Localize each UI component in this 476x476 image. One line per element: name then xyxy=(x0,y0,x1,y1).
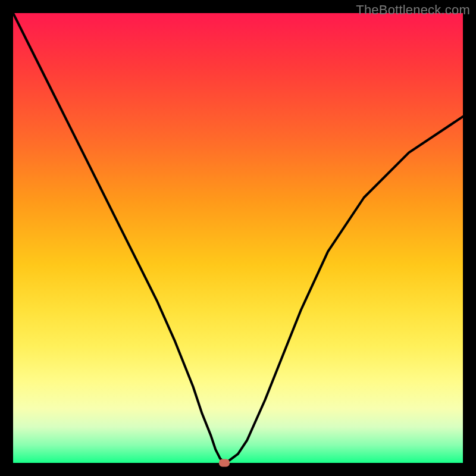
curve-path xyxy=(13,13,463,463)
bottleneck-curve xyxy=(13,13,463,463)
watermark-text: TheBottleneck.com xyxy=(356,2,470,18)
plot-area xyxy=(13,13,463,463)
optimal-point-marker xyxy=(219,459,230,467)
chart-frame: TheBottleneck.com xyxy=(0,0,476,476)
